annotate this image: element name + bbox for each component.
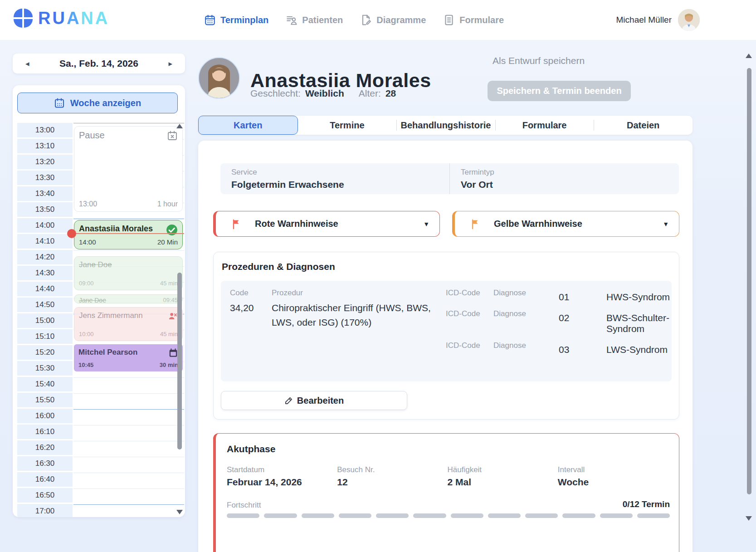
tab-formulare[interactable]: Formulare xyxy=(495,116,594,135)
document-lines-icon xyxy=(443,14,455,26)
save-draft-link[interactable]: Als Entwurf speichern xyxy=(493,55,585,66)
time-label: 14:20 xyxy=(17,250,73,264)
user-menu[interactable]: Michael Müller xyxy=(616,0,700,40)
top-bar: RUANA Terminplan Patienten xyxy=(0,0,756,40)
time-label: 16:20 xyxy=(17,440,73,455)
patient-detail-card: Service Folgetermin Erwachsene Termintyp… xyxy=(198,141,693,552)
event-area[interactable]: Pause13:001 hourAnastasiia Morales14:002… xyxy=(73,123,184,517)
time-label: 14:50 xyxy=(17,298,73,312)
tab-termine[interactable]: Termine xyxy=(298,116,397,135)
time-label: 16:10 xyxy=(17,425,73,439)
date-navigator: ◂ Sa., Feb. 14, 2026 ▸ xyxy=(13,54,185,73)
progress-segment xyxy=(376,513,409,518)
current-date-label: Sa., Feb. 14, 2026 xyxy=(59,58,138,69)
progress-segment xyxy=(488,513,521,518)
progress-segment xyxy=(637,513,670,518)
time-label: 14:40 xyxy=(17,282,73,296)
calendar-event[interactable]: Mitchel Pearson10:4530 min xyxy=(74,344,183,371)
main-nav: Terminplan Patienten Diagramme xyxy=(204,0,504,40)
scroll-up-icon[interactable] xyxy=(176,124,183,128)
calendar-scrollbar-thumb[interactable] xyxy=(177,273,182,449)
yellow-warnings-dropdown[interactable]: Gelbe Warnhinweise ▼ xyxy=(452,211,679,237)
grid-line xyxy=(73,409,184,410)
diagnose-value: LWS-Syndrom xyxy=(606,344,672,355)
calendar-event[interactable]: Jens Zimmermann10:0045 min xyxy=(74,307,183,341)
time-label: 13:10 xyxy=(17,139,73,153)
event-start: 14:00 xyxy=(79,238,96,246)
tab-karten[interactable]: Karten xyxy=(198,116,298,135)
edit-button[interactable]: Bearbeiten xyxy=(221,391,407,410)
event-title: Jane Doe xyxy=(79,260,112,269)
nav-item-terminplan[interactable]: Terminplan xyxy=(204,14,268,26)
save-finish-button[interactable]: Speichern & Termin beenden xyxy=(488,81,631,101)
procedures-title: Prozeduren & Diagnosen xyxy=(222,261,335,272)
diagnose-value: BWS-Schulter-Syndrom xyxy=(606,313,672,334)
calendar-event[interactable]: Anastasiia Morales14:0020 Min xyxy=(74,220,183,249)
calendar-scrollbar[interactable] xyxy=(177,123,182,517)
code-value: 34,20 xyxy=(230,301,272,315)
termintyp-label: Termintyp xyxy=(461,168,679,177)
app-logo: RUANA xyxy=(13,8,109,29)
chevron-down-icon: ▼ xyxy=(423,220,429,228)
time-label: 15:10 xyxy=(17,329,73,344)
calendar-event[interactable]: Pause13:001 hour xyxy=(74,126,183,212)
nav-label: Formulare xyxy=(459,15,504,25)
show-week-button[interactable]: Woche anzeigen xyxy=(17,93,178,113)
user-avatar xyxy=(678,9,700,31)
tab-behandlungshistorie[interactable]: Behandlungshistorie xyxy=(396,116,495,135)
show-week-label: Woche anzeigen xyxy=(70,98,141,108)
person-x-icon xyxy=(168,311,178,321)
diagnosis-row: ICD-Code Diagnose 03 LWS-Syndrom xyxy=(446,341,672,355)
progress-segment xyxy=(525,513,558,518)
diagnosis-row: ICD-Code Diagnose 01 HWS-Syndrom xyxy=(446,288,672,303)
main-scrollbar-thumb[interactable] xyxy=(747,68,751,494)
grid-line xyxy=(73,504,184,505)
next-day-button[interactable]: ▸ xyxy=(165,57,176,70)
time-label: 15:40 xyxy=(17,377,73,391)
nav-item-formulare[interactable]: Formulare xyxy=(443,14,504,26)
edit-button-label: Bearbeiten xyxy=(297,396,344,406)
patient-list-icon xyxy=(286,14,298,26)
nav-label: Terminplan xyxy=(220,15,268,25)
prev-day-button[interactable]: ◂ xyxy=(22,57,33,70)
time-label: 15:00 xyxy=(17,313,73,328)
time-column: 13:0013:1013:2013:3013:4013:5014:0014:10… xyxy=(17,123,73,517)
diagnose-value: HWS-Syndrom xyxy=(606,292,672,303)
time-label: 15:50 xyxy=(17,393,73,407)
progress-segment xyxy=(600,513,633,518)
besuch-nr-label: Besuch Nr. xyxy=(337,465,447,474)
chevron-down-icon: ▼ xyxy=(663,220,669,228)
document-edit-icon xyxy=(360,14,372,26)
grid-line xyxy=(73,377,184,378)
calendar-x-icon xyxy=(167,130,178,141)
grid-line xyxy=(73,473,184,473)
patient-tabs: Karten Termine Behandlungshistorie Formu… xyxy=(198,116,693,135)
nav-item-diagramme[interactable]: Diagramme xyxy=(360,14,426,26)
haeufigkeit-label: Häufigkeit xyxy=(448,465,558,474)
progress-segment xyxy=(413,513,446,518)
time-label: 15:20 xyxy=(17,345,73,360)
icd-code-value: 03 xyxy=(559,344,606,355)
age-label: Alter: xyxy=(359,88,381,99)
scroll-down-icon[interactable] xyxy=(176,510,183,514)
intervall-field: Intervall Woche xyxy=(558,465,668,488)
calendar-grid: 13:0013:1013:2013:3013:4013:5014:0014:10… xyxy=(13,123,185,517)
calendar-event[interactable]: Jane Doe09:45 xyxy=(74,294,183,303)
time-label: 16:00 xyxy=(17,409,73,423)
intervall-label: Intervall xyxy=(558,465,668,474)
red-warnings-dropdown[interactable]: Rote Warnhinweise ▼ xyxy=(213,211,440,237)
service-panel: Service Folgetermin Erwachsene Termintyp… xyxy=(220,163,679,194)
main-scrollbar[interactable] xyxy=(746,54,752,521)
progress-segment xyxy=(227,513,259,518)
procedure-block: Code 34,20 Prozedur Chiropraktischer Ein… xyxy=(230,288,446,381)
calendar-event[interactable]: Jane Doe09:0045 min xyxy=(74,256,183,291)
grid-line xyxy=(73,250,184,251)
red-flag-icon xyxy=(231,219,242,230)
akutphase-title: Akutphase xyxy=(227,444,275,454)
tab-dateien[interactable]: Dateien xyxy=(594,116,693,135)
scroll-up-icon[interactable] xyxy=(746,54,752,58)
scroll-down-icon[interactable] xyxy=(746,516,752,521)
pencil-icon xyxy=(284,396,293,405)
event-start: 10:45 xyxy=(78,361,93,368)
nav-item-patienten[interactable]: Patienten xyxy=(286,14,343,26)
